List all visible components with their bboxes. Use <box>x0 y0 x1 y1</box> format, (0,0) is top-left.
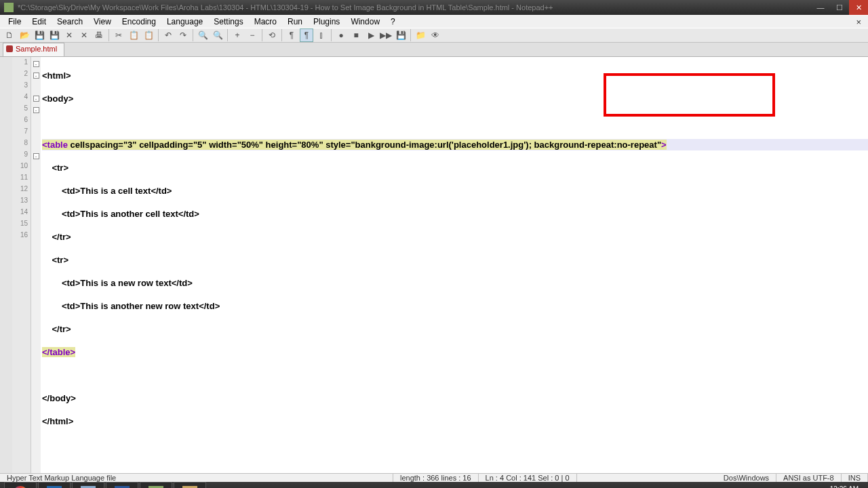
wordwrap-button[interactable]: ¶ <box>285 28 298 42</box>
line-numbers: 12345678 910111213141516 <box>12 57 31 473</box>
copy-button[interactable]: 📋 <box>127 28 140 42</box>
menu-encoding[interactable]: Encoding <box>117 16 161 28</box>
status-filetype: Hyper Text Markup Language file <box>0 474 393 482</box>
close-button[interactable]: ✕ <box>849 0 868 15</box>
print-button[interactable]: 🖶 <box>92 28 106 42</box>
titlebar: *C:\Storage\SkyDrive\My Workspace\Work F… <box>0 0 868 15</box>
replace-button[interactable]: 🔍 <box>211 28 224 42</box>
menu-help[interactable]: ? <box>385 16 401 28</box>
folder-taskbar-icon[interactable] <box>174 482 206 488</box>
menu-edit[interactable]: Edit <box>26 16 52 28</box>
menu-plugins[interactable]: Plugins <box>308 16 345 28</box>
mdi-close-button[interactable]: × <box>852 17 865 27</box>
save-macro-button[interactable]: 💾 <box>394 28 408 42</box>
app-window: *C:\Storage\SkyDrive\My Workspace\Work F… <box>0 0 868 488</box>
status-encoding[interactable]: ANSI as UTF-8 <box>776 474 842 482</box>
zoom-in-button[interactable]: + <box>231 28 244 42</box>
menu-search[interactable]: Search <box>52 16 88 28</box>
indent-guide-button[interactable]: ⫿ <box>315 28 328 42</box>
menu-language[interactable]: Language <box>161 16 208 28</box>
app-icon <box>4 3 14 12</box>
system-tray[interactable]: ⚑ 🔋 📶 🔊 ENG 12:26 AM 3/16/2013 <box>751 485 864 488</box>
record-macro-button[interactable]: ● <box>334 28 348 42</box>
find-button[interactable]: 🔍 <box>196 28 210 42</box>
maximize-button[interactable]: ☐ <box>830 0 849 15</box>
clock[interactable]: 12:26 AM 3/16/2013 <box>823 485 865 488</box>
close-file-button[interactable]: ✕ <box>62 28 76 42</box>
stop-macro-button[interactable]: ■ <box>349 28 363 42</box>
menu-run[interactable]: Run <box>282 16 308 28</box>
explorer-icon[interactable] <box>38 482 71 488</box>
close-all-button[interactable]: ✕ <box>77 28 91 42</box>
paste-button[interactable]: 📋 <box>142 28 155 42</box>
window-title: *C:\Storage\SkyDrive\My Workspace\Work F… <box>18 3 811 12</box>
pictures-icon[interactable] <box>72 482 104 488</box>
play-multi-button[interactable]: ▶▶ <box>379 28 393 42</box>
save-button[interactable]: 💾 <box>33 28 46 42</box>
monitor-button[interactable]: 👁 <box>429 28 442 42</box>
toolbar: 🗋 📂 💾 💾 ✕ ✕ 🖶 ✂ 📋 📋 ↶ ↷ 🔍 🔍 + − ⟲ ¶ ¶ ⫿ … <box>0 28 868 43</box>
marker-margin <box>0 57 12 473</box>
show-all-chars-button[interactable]: ¶ <box>300 28 313 42</box>
taskbar: W ⚑ 🔋 📶 🔊 ENG 12:26 AM 3/16/2013 <box>0 482 868 488</box>
fold-column[interactable]: -- -- - <box>31 57 41 473</box>
tab-bar: Sample.html <box>0 43 868 57</box>
menu-view[interactable]: View <box>88 16 117 28</box>
zoom-out-button[interactable]: − <box>245 28 259 42</box>
save-all-button[interactable]: 💾 <box>47 28 61 42</box>
play-macro-button[interactable]: ▶ <box>364 28 378 42</box>
status-eol[interactable]: Dos\Windows <box>717 474 776 482</box>
open-file-button[interactable]: 📂 <box>18 28 31 42</box>
word-icon[interactable]: W <box>106 482 138 488</box>
redo-button[interactable]: ↷ <box>176 28 190 42</box>
status-insert-mode[interactable]: INS <box>842 474 868 482</box>
file-tab[interactable]: Sample.html <box>3 43 64 56</box>
minimize-button[interactable]: — <box>811 0 830 15</box>
statusbar: Hyper Text Markup Language file length :… <box>0 473 868 482</box>
menu-settings[interactable]: Settings <box>208 16 248 28</box>
sync-button[interactable]: ⟲ <box>265 28 279 42</box>
menu-macro[interactable]: Macro <box>249 16 282 28</box>
menu-window[interactable]: Window <box>345 16 385 28</box>
undo-button[interactable]: ↶ <box>161 28 175 42</box>
menubar: File Edit Search View Encoding Language … <box>0 15 868 28</box>
folder-button[interactable]: 📁 <box>414 28 427 42</box>
chrome-icon[interactable] <box>4 482 37 488</box>
menu-file[interactable]: File <box>3 16 26 28</box>
code-area[interactable]: <html> <body> <table cellspacing="3" cel… <box>41 57 868 473</box>
notepadpp-icon[interactable] <box>140 482 172 488</box>
new-file-button[interactable]: 🗋 <box>3 28 16 42</box>
status-length: length : 366 lines : 16 <box>393 474 479 482</box>
status-position: Ln : 4 Col : 141 Sel : 0 | 0 <box>479 474 577 482</box>
cut-button[interactable]: ✂ <box>112 28 125 42</box>
editor: 12345678 910111213141516 -- -- - <html> … <box>0 57 868 473</box>
